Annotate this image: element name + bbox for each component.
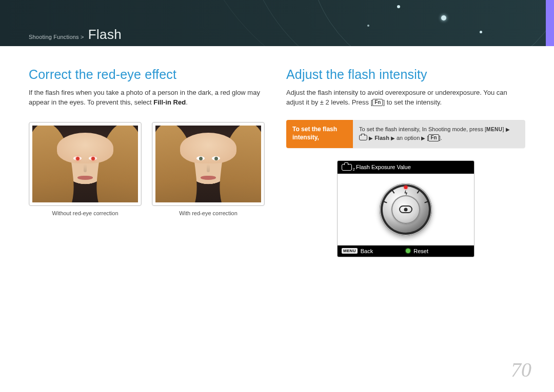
camera-screen-mock: Flash Exposure Value ϟ [337, 160, 474, 257]
arrow-right-icon: ▶ [421, 135, 425, 141]
nose [207, 164, 210, 172]
manual-page: Shooting Functions > Flash Correct the r… [0, 0, 554, 392]
red-eye-pupil [91, 157, 95, 160]
screen-header: Flash Exposure Value [338, 161, 474, 174]
menu-key-label: MENU [486, 126, 502, 134]
section-heading-intensity: Adjust the flash intensity [286, 67, 525, 82]
nose [84, 164, 87, 172]
image-caption: Without red-eye correction [29, 210, 142, 216]
decor-dot [367, 25, 369, 27]
text: To set the flash intensity, In Shooting … [359, 126, 486, 132]
screen-title: Flash Exposure Value [356, 164, 411, 170]
mouth [201, 176, 216, 180]
fill-in-red-bold: Fill-in Red [153, 98, 186, 106]
eye-icon [399, 205, 412, 213]
example-image-pair: Without red-eye correction [29, 122, 268, 216]
arrow-right-icon: ▶ [506, 127, 510, 132]
fn-key-icon: Fn [428, 134, 439, 141]
face-skin [57, 133, 113, 163]
normal-pupil [199, 157, 203, 160]
dial-center [391, 195, 420, 224]
arrow-right-icon: ▶ [391, 135, 395, 141]
decor-dot [397, 5, 400, 8]
redeye-paragraph: If the flash fires when you take a photo… [29, 88, 268, 108]
header-banner: Shooting Functions > Flash [0, 0, 554, 46]
camera2-icon [359, 135, 367, 140]
breadcrumb-current: Flash [88, 27, 122, 43]
page-number: 70 [511, 358, 531, 382]
green-dot-icon [406, 249, 410, 253]
reset-label: Reset [413, 248, 428, 254]
arrow-right-icon: ▶ [369, 135, 373, 141]
instruction-steps: To set the flash intensity, In Shooting … [353, 120, 525, 148]
dial-indicator [404, 185, 408, 189]
back-label: Back [361, 248, 373, 254]
fn-key-icon: Fn [372, 99, 383, 106]
dial-tick [383, 201, 387, 203]
red-eye-pupil [76, 157, 80, 160]
breadcrumb-parent: Shooting Functions > [29, 34, 84, 40]
portrait-image [155, 126, 261, 202]
face-skin [180, 133, 236, 163]
flash-step-bold: Flash [374, 135, 389, 141]
decor-dot [480, 31, 482, 33]
dial-tick [417, 190, 420, 194]
image-frame [152, 122, 265, 206]
camera-screen: Flash Exposure Value ϟ [337, 160, 474, 257]
right-column: Adjust the flash intensity Adjust the fl… [286, 61, 525, 257]
screen-body: ϟ [338, 174, 474, 245]
decor-arc [185, 0, 554, 46]
instruction-label: To set the flash intensity, [286, 120, 353, 148]
image-frame [29, 122, 142, 206]
text: If the flash fires when you take a photo… [29, 89, 260, 106]
content-area: Correct the red-eye effect If the flash … [0, 54, 554, 257]
menu-chip-icon: MENU [342, 248, 358, 254]
instruction-box: To set the flash intensity, To set the f… [286, 120, 525, 148]
decor-dot [441, 15, 446, 20]
left-column: Correct the red-eye effect If the flash … [29, 61, 268, 257]
intensity-paragraph: Adjust the flash intensity to avoid over… [286, 88, 525, 108]
mouth [77, 176, 93, 180]
text: ] [503, 126, 504, 132]
image-caption: With red-eye correction [152, 210, 265, 216]
screen-footer: MENU Back Reset [338, 245, 474, 257]
normal-pupil [214, 157, 218, 160]
text: . [186, 98, 188, 106]
camera2-icon [342, 164, 352, 171]
text: an option [397, 135, 420, 141]
portrait-image [32, 126, 138, 202]
exposure-dial: ϟ [380, 183, 432, 236]
example-without-correction: Without red-eye correction [29, 122, 142, 216]
breadcrumb: Shooting Functions > Flash [29, 27, 122, 43]
example-with-correction: With red-eye correction [152, 122, 265, 216]
accent-stripe [546, 0, 554, 46]
dial-tick [392, 190, 395, 194]
dial-tick [424, 201, 428, 203]
section-heading-redeye: Correct the red-eye effect [29, 67, 268, 82]
